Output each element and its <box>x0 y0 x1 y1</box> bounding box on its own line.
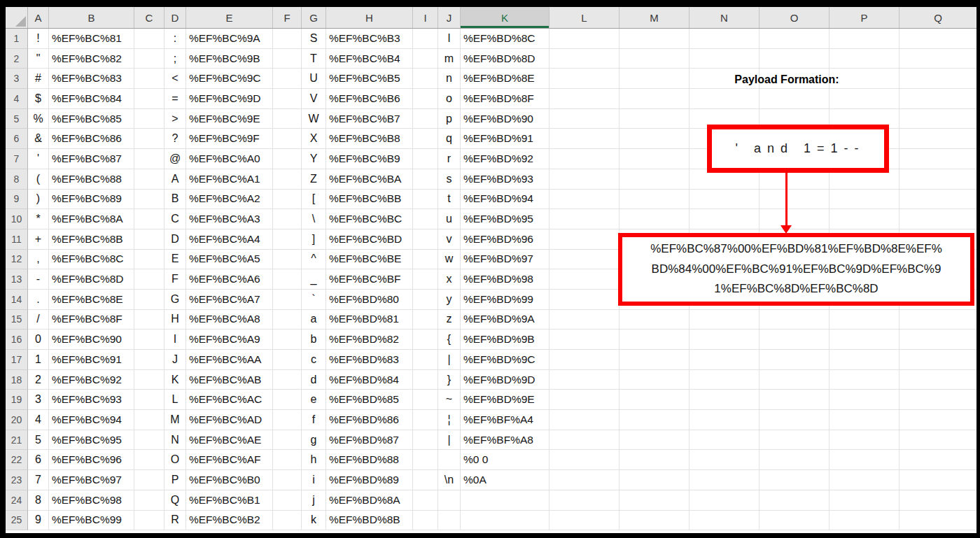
cell-I23[interactable] <box>413 470 438 490</box>
cell-F5[interactable] <box>273 109 302 129</box>
cell-G22[interactable]: h <box>302 450 326 470</box>
cell-C1[interactable] <box>134 29 164 49</box>
cell-M9[interactable] <box>620 190 690 210</box>
cell-P21[interactable] <box>830 430 899 451</box>
cell-B2[interactable]: %EF%BC%82 <box>49 49 134 69</box>
cell-P18[interactable] <box>830 370 899 390</box>
cell-O25[interactable] <box>760 511 830 531</box>
column-header-L[interactable]: L <box>550 7 620 28</box>
cell-N3[interactable] <box>690 69 760 89</box>
cell-M22[interactable] <box>620 450 690 470</box>
cell-L7[interactable] <box>550 149 620 169</box>
cell-K8[interactable]: %EF%BD%93 <box>461 169 550 190</box>
cell-M16[interactable] <box>620 330 690 350</box>
cell-M20[interactable] <box>620 410 690 430</box>
cell-M8[interactable] <box>620 169 690 190</box>
cell-N9[interactable] <box>690 190 760 210</box>
cell-D18[interactable]: K <box>164 370 186 390</box>
cell-I13[interactable] <box>413 269 438 290</box>
cell-I14[interactable] <box>413 290 438 310</box>
cell-M7[interactable] <box>620 149 690 169</box>
cell-J8[interactable]: s <box>438 169 461 190</box>
row-number-21[interactable]: 21 <box>6 430 28 451</box>
cell-L25[interactable] <box>550 511 620 531</box>
cell-Q15[interactable] <box>899 310 976 330</box>
cell-G24[interactable]: j <box>302 490 326 511</box>
cell-J2[interactable]: m <box>438 49 461 69</box>
cell-D5[interactable]: > <box>164 109 186 129</box>
cell-G3[interactable]: U <box>302 69 326 89</box>
cell-P25[interactable] <box>830 511 899 531</box>
cell-B8[interactable]: %EF%BC%88 <box>49 169 134 190</box>
cell-N8[interactable] <box>690 169 760 190</box>
cell-L24[interactable] <box>550 490 620 511</box>
cell-K25[interactable] <box>461 511 550 531</box>
cell-A9[interactable]: ) <box>28 190 49 210</box>
cell-B19[interactable]: %EF%BC%93 <box>49 390 134 410</box>
cell-L14[interactable] <box>550 290 620 310</box>
cell-F21[interactable] <box>273 430 302 451</box>
cell-C9[interactable] <box>134 190 164 210</box>
cell-D15[interactable]: H <box>164 310 186 330</box>
cell-E12[interactable]: %EF%BC%A5 <box>186 250 273 270</box>
cell-N23[interactable] <box>690 470 760 490</box>
cell-G16[interactable]: b <box>302 330 326 350</box>
cell-B3[interactable]: %EF%BC%83 <box>49 69 134 89</box>
cell-M4[interactable] <box>620 89 690 109</box>
cell-C21[interactable] <box>134 430 164 451</box>
cell-J10[interactable]: u <box>438 209 461 229</box>
column-header-Q[interactable]: Q <box>899 7 976 28</box>
cell-D13[interactable]: F <box>164 269 186 290</box>
cell-K15[interactable]: %EF%BD%9A <box>461 310 550 330</box>
cell-N22[interactable] <box>690 450 760 470</box>
cell-D23[interactable]: P <box>164 470 186 490</box>
cell-F3[interactable] <box>273 69 302 89</box>
cell-H10[interactable]: %EF%BC%BC <box>326 209 413 229</box>
cell-Q7[interactable] <box>899 149 976 169</box>
cell-I17[interactable] <box>413 350 438 370</box>
cell-C2[interactable] <box>134 49 164 69</box>
cell-H7[interactable]: %EF%BC%B9 <box>326 149 413 169</box>
cell-Q6[interactable] <box>899 129 976 149</box>
cell-N20[interactable] <box>690 410 760 430</box>
select-all-corner[interactable] <box>6 7 28 28</box>
column-header-P[interactable]: P <box>830 7 899 28</box>
cell-A11[interactable]: + <box>28 229 49 250</box>
cell-O14[interactable] <box>760 290 830 310</box>
cell-F13[interactable] <box>273 269 302 290</box>
cell-J18[interactable]: } <box>438 370 461 390</box>
cell-H18[interactable]: %EF%BD%84 <box>326 370 413 390</box>
cell-A21[interactable]: 5 <box>28 430 49 451</box>
cell-I24[interactable] <box>413 490 438 511</box>
cell-O11[interactable] <box>760 229 830 250</box>
cell-E25[interactable]: %EF%BC%B2 <box>186 511 273 531</box>
cell-K9[interactable]: %EF%BD%94 <box>461 190 550 210</box>
cell-P3[interactable] <box>830 69 899 89</box>
cell-Q3[interactable] <box>899 69 976 89</box>
cell-L21[interactable] <box>550 430 620 451</box>
cell-F18[interactable] <box>273 370 302 390</box>
cell-K21[interactable]: %EF%BF%A8 <box>461 430 550 451</box>
cell-Q25[interactable] <box>899 511 976 531</box>
cell-I22[interactable] <box>413 450 438 470</box>
cell-L13[interactable] <box>550 269 620 290</box>
cell-E21[interactable]: %EF%BC%AE <box>186 430 273 451</box>
cell-N2[interactable] <box>690 49 760 69</box>
cell-F8[interactable] <box>273 169 302 190</box>
cell-L9[interactable] <box>550 190 620 210</box>
row-number-10[interactable]: 10 <box>6 209 28 229</box>
cell-E15[interactable]: %EF%BC%A8 <box>186 310 273 330</box>
cell-I19[interactable] <box>413 390 438 410</box>
cell-I20[interactable] <box>413 410 438 430</box>
cell-I6[interactable] <box>413 129 438 149</box>
cell-L12[interactable] <box>550 250 620 270</box>
cell-K3[interactable]: %EF%BD%8E <box>461 69 550 89</box>
cell-Q20[interactable] <box>899 410 976 430</box>
cell-J24[interactable] <box>438 490 461 511</box>
cell-G15[interactable]: a <box>302 310 326 330</box>
cell-A3[interactable]: # <box>28 69 49 89</box>
column-header-H[interactable]: H <box>326 7 413 28</box>
cell-J25[interactable] <box>438 511 461 531</box>
column-header-I[interactable]: I <box>413 7 438 28</box>
cell-A12[interactable]: , <box>28 250 49 270</box>
